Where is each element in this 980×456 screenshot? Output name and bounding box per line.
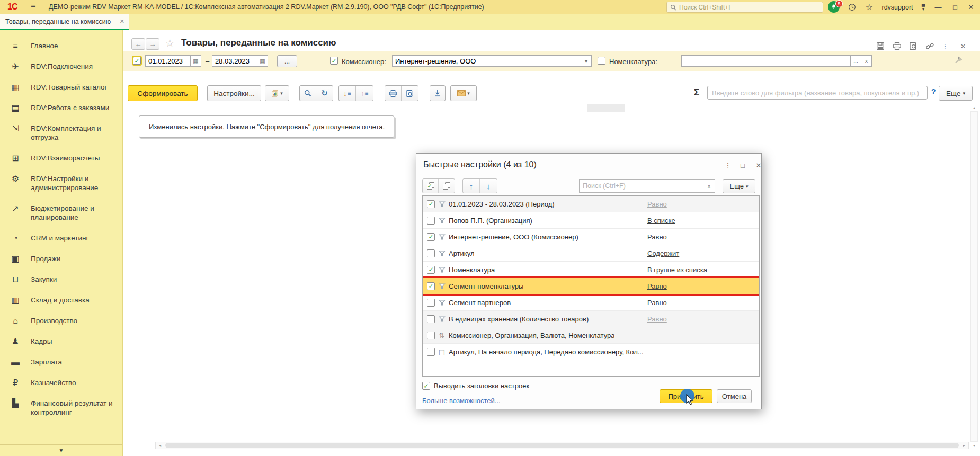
cancel-button[interactable]: Отмена: [717, 389, 752, 403]
tab-close-icon[interactable]: ✕: [120, 18, 124, 25]
sidebar-item[interactable]: ✈ RDV:Подключения: [0, 56, 122, 77]
expand-rows-button[interactable]: ↑≡: [356, 86, 373, 101]
clear-icon[interactable]: x: [861, 56, 871, 66]
tab-goods-on-commission[interactable]: Товары, переданные на комиссию ✕: [0, 14, 129, 30]
main-menu-icon[interactable]: ≡: [31, 2, 35, 12]
dialog-maximize-button[interactable]: □: [737, 160, 749, 170]
sidebar-item[interactable]: ⇲ RDV:Комплектация и отгрузка: [0, 118, 122, 148]
row-checkbox[interactable]: ✓: [427, 315, 435, 323]
find-next-button[interactable]: ↻: [316, 86, 333, 101]
row-checkbox[interactable]: ✓: [427, 200, 435, 208]
settings-row[interactable]: ✓ ⇅ ▤ 01.01.2023 - 28.03.2023 (Период) Р…: [423, 196, 759, 212]
commissioner-checkbox[interactable]: ✓: [330, 57, 338, 65]
sidebar-item[interactable]: ⊔ Закупки: [0, 269, 122, 290]
condition-link[interactable]: Равно: [647, 299, 667, 307]
toolbar-more-button[interactable]: Еще▾: [939, 86, 973, 101]
minimize-button[interactable]: —: [931, 0, 945, 14]
check-all-button[interactable]: ✓: [423, 179, 439, 193]
commissioner-input[interactable]: [393, 57, 581, 65]
current-user[interactable]: rdvsupport: [878, 0, 916, 14]
settings-row[interactable]: ✓ ⇅ ▤ Артикул Содержит: [423, 245, 759, 262]
vertical-scrollbar[interactable]: ▲ ▼: [970, 104, 978, 449]
move-down-button[interactable]: ↓: [480, 179, 497, 193]
horizontal-scrollbar[interactable]: ◄ ►: [155, 442, 969, 449]
close-window-button[interactable]: ✕: [964, 0, 978, 14]
row-checkbox[interactable]: ✓: [427, 266, 435, 274]
send-mail-button[interactable]: ▾: [450, 85, 477, 101]
service-menu-button[interactable]: ≡▾: [917, 0, 929, 14]
pick-icon[interactable]: ...: [850, 56, 861, 66]
condition-link[interactable]: Равно: [647, 282, 667, 290]
sidebar-item[interactable]: ▙ Финансовый результат и контроллинг: [0, 393, 122, 423]
date-from-field[interactable]: ▦: [145, 55, 201, 67]
condition-link[interactable]: Равно: [647, 315, 667, 323]
quick-filter-field[interactable]: [707, 86, 928, 100]
calendar-icon[interactable]: ▦: [257, 56, 268, 66]
find-button[interactable]: [300, 86, 316, 101]
sidebar-item[interactable]: ▬ Зарплата: [0, 352, 122, 372]
sidebar-item[interactable]: ₽ Казначейство: [0, 372, 122, 393]
help-button[interactable]: ?: [931, 87, 936, 96]
settings-row[interactable]: ✓ ⇅ ▤ Артикул, На начало периода, Переда…: [423, 344, 759, 360]
report-variants-button[interactable]: ▾: [265, 85, 289, 101]
more-options-link[interactable]: Больше возможностей...: [422, 397, 501, 405]
condition-link[interactable]: В группе из списка: [647, 266, 707, 274]
maximize-button[interactable]: □: [948, 0, 962, 14]
dialog-search-input[interactable]: [580, 182, 703, 190]
sidebar-item[interactable]: ▦ RDV:Товарный каталог: [0, 77, 122, 97]
clear-search-icon[interactable]: x: [703, 180, 715, 192]
settings-row[interactable]: ✓ ⇅ ▤ Попов П.П. (Организация) В списке: [423, 212, 759, 229]
show-headers-checkbox[interactable]: ✓: [422, 382, 430, 390]
sidebar-more-button[interactable]: ▼: [0, 444, 122, 456]
row-checkbox[interactable]: ✓: [427, 249, 435, 257]
settings-row[interactable]: ✓ ⇅ ▤ Сегмент номенклатуры Равно: [423, 278, 759, 294]
history-button[interactable]: [846, 0, 858, 14]
scroll-down-icon[interactable]: ▼: [970, 442, 978, 449]
condition-link[interactable]: Содержит: [647, 249, 679, 257]
sum-indicator[interactable]: Σ: [694, 87, 699, 98]
condition-link[interactable]: Равно: [647, 233, 667, 241]
favorites-button[interactable]: ☆: [863, 0, 875, 14]
date-to-field[interactable]: ▦: [212, 55, 268, 67]
show-headers-option[interactable]: ✓ Выводить заголовки настроек: [422, 382, 529, 390]
nomenclature-input[interactable]: [682, 57, 850, 65]
commissioner-field[interactable]: ▾: [392, 55, 592, 67]
pin-filters-icon[interactable]: [954, 56, 963, 66]
condition-link[interactable]: Равно: [647, 200, 667, 208]
move-up-button[interactable]: ↑: [463, 179, 480, 193]
favorite-star-icon[interactable]: ☆: [165, 37, 174, 49]
uncheck-all-button[interactable]: [439, 179, 455, 193]
row-checkbox[interactable]: ✓: [427, 282, 435, 290]
row-checkbox[interactable]: ✓: [427, 299, 435, 307]
vertical-scroll-track[interactable]: [970, 111, 978, 442]
date-to-input[interactable]: [212, 57, 257, 65]
notifications-button[interactable]: 5: [828, 1, 841, 14]
settings-row[interactable]: ✓ ⇅ ▤ Сегмент партнеров Равно: [423, 294, 759, 311]
settings-button[interactable]: Настройки...: [207, 85, 261, 101]
print-button[interactable]: [385, 86, 402, 101]
dialog-more-button[interactable]: Еще▾: [723, 179, 755, 193]
settings-row[interactable]: ✓ ⇅ ▤ Номенклатура В группе из списка: [423, 262, 759, 278]
save-result-button[interactable]: [430, 85, 446, 101]
global-search-input[interactable]: [679, 4, 812, 11]
sidebar-item[interactable]: ♟ Кадры: [0, 331, 122, 352]
sidebar-item[interactable]: ▣ Продажи: [0, 248, 122, 269]
quick-filter-input[interactable]: [708, 89, 927, 97]
date-from-input[interactable]: [146, 57, 190, 65]
period-checkbox[interactable]: ✓: [133, 57, 141, 65]
row-checkbox[interactable]: ✓: [427, 217, 435, 225]
sidebar-item[interactable]: ▤ RDV:Работа с заказами: [0, 97, 122, 118]
horizontal-scroll-thumb[interactable]: [165, 443, 959, 448]
dialog-search-field[interactable]: x: [579, 179, 715, 193]
sidebar-item[interactable]: ⌂ Производство: [0, 310, 122, 331]
dialog-kebab-button[interactable]: ⋮: [722, 160, 734, 170]
sidebar-item[interactable]: ⚙ RDV:Настройки и администрирование: [0, 168, 122, 198]
forward-button[interactable]: →: [146, 38, 159, 50]
nomenclature-checkbox[interactable]: ✓: [598, 57, 605, 65]
global-search[interactable]: [666, 2, 823, 13]
row-checkbox[interactable]: ✓: [427, 233, 435, 241]
row-checkbox[interactable]: ✓: [427, 348, 435, 356]
period-variants-button[interactable]: ...: [277, 55, 297, 67]
sidebar-item[interactable]: ≡ Главное: [0, 35, 122, 56]
calendar-icon[interactable]: ▦: [190, 56, 201, 66]
